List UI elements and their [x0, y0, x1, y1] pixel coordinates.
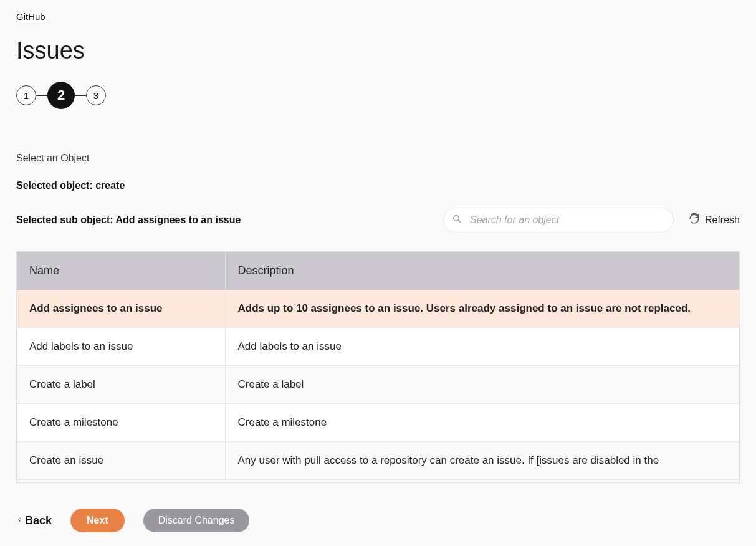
table-row[interactable]: Create a labelCreate a label [17, 366, 739, 404]
refresh-label: Refresh [705, 214, 740, 226]
chevron-left-icon [16, 514, 22, 527]
search-wrap [443, 208, 674, 232]
step-connector [75, 95, 86, 96]
step-connector [36, 95, 47, 96]
refresh-icon [689, 213, 700, 227]
table-cell-description: Any user with pull access to a repositor… [225, 442, 739, 480]
step-2[interactable]: 2 [47, 82, 75, 109]
table-row[interactable]: Add labels to an issueAdd labels to an i… [17, 328, 739, 366]
table-cell-name: Add labels to an issue [17, 328, 225, 366]
table-cell-name: Create a milestone [17, 404, 225, 442]
stepper: 123 [16, 82, 740, 109]
refresh-button[interactable]: Refresh [689, 213, 740, 227]
table-cell-description: Create a label [225, 366, 739, 404]
object-table-wrap[interactable]: Name Description Add assignees to an iss… [16, 251, 740, 483]
table-row[interactable]: Create an issueAny user with pull access… [17, 442, 739, 480]
table-cell-description: Create a milestone [225, 404, 739, 442]
step-3[interactable]: 3 [86, 85, 106, 105]
search-input[interactable] [443, 208, 674, 232]
table-cell-name: Create an issue [17, 442, 225, 480]
table-cell-name: Create a label [17, 366, 225, 404]
step-1[interactable]: 1 [16, 85, 36, 105]
table-header-name: Name [17, 252, 225, 290]
page-title: Issues [16, 37, 740, 64]
table-row[interactable]: Add assignees to an issueAdds up to 10 a… [17, 290, 739, 328]
table-cell-name: Add assignees to an issue [17, 290, 225, 328]
back-button[interactable]: Back [16, 514, 52, 527]
selected-object-line: Selected object: create [16, 180, 740, 191]
table-row[interactable]: Create a milestoneCreate a milestone [17, 404, 739, 442]
breadcrumb-github[interactable]: GitHub [16, 11, 45, 22]
table-cell-description: Add labels to an issue [225, 328, 739, 366]
back-label: Back [25, 514, 52, 527]
selected-sub-object-line: Selected sub object: Add assignees to an… [16, 214, 241, 226]
next-button[interactable]: Next [70, 509, 125, 532]
table-header-description: Description [225, 252, 739, 290]
discard-button[interactable]: Discard Changes [143, 509, 250, 532]
table-cell-description: Adds up to 10 assignees to an issue. Use… [225, 290, 739, 328]
object-table: Name Description Add assignees to an iss… [17, 252, 739, 480]
section-label: Select an Object [16, 153, 740, 164]
